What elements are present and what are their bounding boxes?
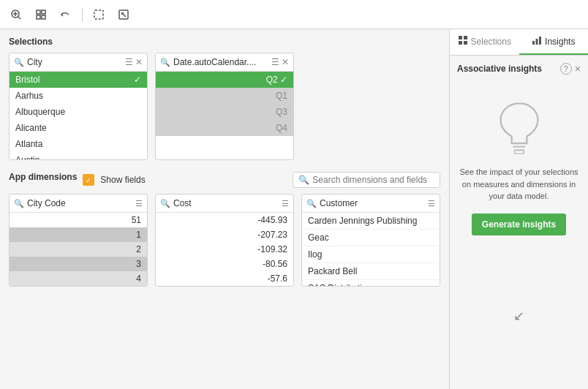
lightbulb-container [457,97,581,155]
insights-header: Associative insights ? × [457,63,581,75]
list-item[interactable]: Atlanta [10,136,147,152]
dim-list-item[interactable]: -445.93 [156,213,293,227]
customer-menu-icon[interactable]: ☰ [428,199,435,208]
undo-button[interactable] [56,4,76,25]
insights-panel-title: Associative insights [457,64,542,74]
customer-card-title: Customer [320,198,425,208]
cost-card: 🔍 Cost ☰ -445.93 -207.23 -109.32 -80.56 … [155,194,294,287]
insights-actions: ? × [560,63,581,75]
city-search-icon: 🔍 [14,58,24,67]
date-list-item[interactable]: Q3 [156,104,293,120]
date-list-item[interactable]: Q2 ✓ [156,72,293,88]
list-item[interactable]: Albuquerque [10,104,147,120]
show-fields-label: Show fields [100,175,145,185]
customer-item[interactable]: Carden Jennings Publishing [302,213,440,230]
svg-rect-6 [37,15,40,19]
cost-menu-icon[interactable]: ☰ [282,199,289,208]
svg-rect-14 [532,41,535,45]
right-panel: Selections Insights Associative insights… [449,29,588,389]
selections-title: Selections [9,37,440,47]
city-code-menu-icon[interactable]: ☰ [135,199,143,208]
left-panel: Selections 🔍 City ☰ ✕ Bristol [0,29,449,389]
dim-list-item[interactable]: 2 [10,242,147,257]
tab-insights[interactable]: Insights [519,29,589,55]
city-card-title: City [27,57,122,67]
city-list-icon[interactable]: ☰ [125,58,133,67]
city-code-rows: 51 1 2 3 4 5 [10,213,147,286]
dim-list-item[interactable]: 51 [10,213,147,227]
svg-rect-13 [464,41,467,45]
dimensions-search-bar[interactable]: 🔍 [293,172,440,188]
city-code-search-icon: 🔍 [14,199,24,208]
magic-wand-button[interactable] [113,4,134,25]
cost-card-title: Cost [173,198,279,208]
tab-selections[interactable]: Selections [450,29,519,55]
cursor-icon: ↙ [513,308,524,324]
zoom-in-button[interactable] [6,4,26,25]
dim-list-item[interactable]: -80.56 [156,257,293,271]
cursor-area: ↙ [450,243,588,390]
app-dimensions-header: App dimensions ✓ Show fields 🔍 [9,172,440,188]
dim-list-item[interactable]: 4 [10,271,147,286]
svg-rect-8 [94,10,103,19]
cost-rows: -445.93 -207.23 -109.32 -80.56 -57.6 -46… [156,213,293,286]
city-card-icons: ☰ ✕ [125,58,143,67]
dim-list-item[interactable]: 1 [10,227,147,242]
customer-item[interactable]: Packard Bell [302,263,440,280]
svg-rect-12 [459,41,462,45]
svg-line-1 [18,16,21,19]
list-item[interactable]: Aarhus [10,88,147,104]
date-search-icon: 🔍 [160,58,170,67]
customer-rows: Carden Jennings Publishing Geac Ilog Pac… [302,213,440,286]
customer-search-icon: 🔍 [306,199,317,208]
date-close-icon[interactable]: ✕ [282,58,289,67]
customer-item[interactable]: Geac [302,230,440,246]
svg-rect-16 [539,37,541,45]
insights-help-button[interactable]: ? [560,63,572,75]
dimensions-search-icon: 🔍 [298,175,309,185]
svg-rect-11 [464,36,467,39]
dimensions-search-input[interactable] [312,175,434,185]
list-item[interactable]: Austin [10,152,147,159]
dim-list-item[interactable]: 3 [10,257,147,271]
city-selection-card: 🔍 City ☰ ✕ Bristol ✓ Aarhus Albuq [9,53,148,160]
svg-rect-4 [37,10,40,14]
insights-tab-icon [532,35,542,48]
dim-list-item[interactable]: -207.23 [156,227,293,242]
date-card-header: 🔍 Date.autoCalendar.... ☰ ✕ [156,53,293,72]
date-card-body: Q2 ✓ Q1 Q3 Q4 [156,72,293,136]
dim-list-item[interactable]: -109.32 [156,242,293,257]
customer-card: 🔍 Customer ☰ Carden Jennings Publishing … [301,194,440,287]
insights-panel: Associative insights ? × Se [450,56,588,243]
selections-tab-icon [458,35,468,48]
svg-rect-10 [459,36,462,39]
date-list-item[interactable]: Q1 [156,88,293,104]
date-list-item[interactable]: Q4 [156,120,293,136]
customer-item[interactable]: Ilog [302,246,440,263]
insights-close-button[interactable]: × [575,63,581,75]
city-card-header: 🔍 City ☰ ✕ [10,53,147,72]
generate-insights-button[interactable]: Generate insights [472,214,566,235]
cost-card-header: 🔍 Cost ☰ [156,194,293,213]
dim-list-item[interactable]: -57.6 [156,271,293,286]
lightbulb-icon [494,97,545,155]
cost-search-icon: 🔍 [160,199,170,208]
svg-rect-7 [42,15,45,19]
app-dimensions-title: App dimensions [9,172,77,182]
svg-rect-5 [42,10,45,14]
insights-tab-label: Insights [545,37,575,47]
date-list-icon[interactable]: ☰ [271,58,279,67]
city-code-card: 🔍 City Code ☰ 51 1 2 3 4 5 [9,194,148,287]
show-fields-checkbox[interactable]: ✓ [83,174,94,186]
list-item[interactable]: Alicante [10,120,147,136]
city-close-icon[interactable]: ✕ [135,58,143,67]
customer-item[interactable]: SAS Distribution [302,280,440,286]
toolbar [0,0,588,29]
lasso-button[interactable] [88,4,109,25]
selections-section: Selections 🔍 City ☰ ✕ Bristol [0,29,449,166]
svg-rect-15 [536,39,538,45]
list-item[interactable]: Bristol ✓ [10,72,147,88]
selection-cards: 🔍 City ☰ ✕ Bristol ✓ Aarhus Albuq [9,53,440,160]
zoom-fit-button[interactable] [31,4,51,25]
selections-tab-label: Selections [471,37,511,47]
